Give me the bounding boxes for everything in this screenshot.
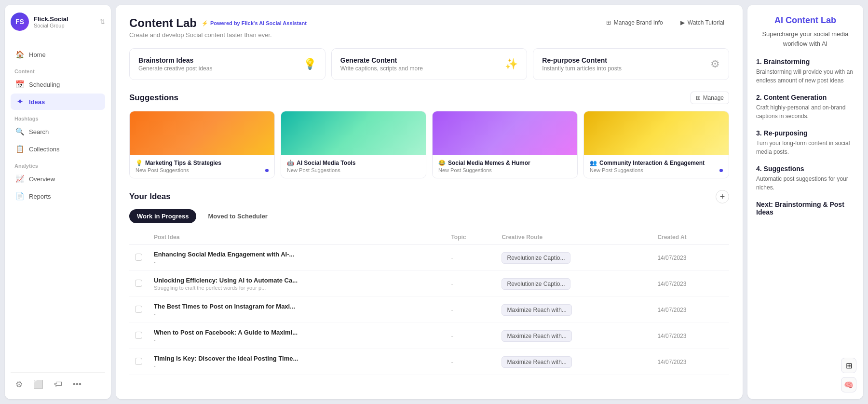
- tool-card-repurpose[interactable]: Re-purpose Content Instantly turn articl…: [533, 48, 729, 80]
- nav-reports-label: Reports: [29, 193, 51, 200]
- more-icon[interactable]: •••: [71, 377, 83, 391]
- nav-ideas[interactable]: ✦ Ideas: [11, 94, 105, 110]
- main-area: Content Lab ⚡ Powered by Flick's AI Soci…: [116, 0, 747, 404]
- row5-title: Timing Is Key: Discover the Ideal Postin…: [154, 355, 439, 362]
- watch-tutorial-button[interactable]: ▶ Watch Tutorial: [676, 16, 729, 29]
- row5-route: Maximize Reach with...: [502, 356, 571, 368]
- nav-collections[interactable]: 📋 Collections: [11, 141, 105, 157]
- nav-search[interactable]: 🔍 Search: [11, 123, 105, 140]
- row2-checkbox[interactable]: [135, 280, 142, 287]
- row3-date: 14/07/2023: [657, 307, 686, 313]
- step1-desc: Brainstorming will provide you with an e…: [756, 67, 854, 85]
- suggestion-image-ai-tools: [281, 111, 426, 155]
- suggestion-card-community[interactable]: 👥 Community Interaction & Engagement New…: [583, 111, 729, 178]
- scheduling-icon: 📅: [15, 80, 24, 89]
- step1-title: 1. Brainstorming: [756, 58, 854, 66]
- row2-route: Revolutionize Captio...: [502, 278, 570, 290]
- brand-subtitle: Social Group: [34, 23, 95, 28]
- nav-overview-label: Overview: [29, 175, 55, 183]
- your-ideas-section: Your Ideas + Work in Progress Moved to S…: [129, 190, 729, 375]
- suggestions-title: Suggestions: [129, 93, 178, 103]
- repurpose-title: Re-purpose Content: [542, 56, 622, 64]
- row5-checkbox[interactable]: [135, 358, 142, 365]
- tag-icon[interactable]: 🏷: [52, 377, 64, 391]
- panel-brain-icon-button[interactable]: 🧠: [841, 377, 856, 392]
- page-header: Content Lab ⚡ Powered by Flick's AI Soci…: [129, 16, 729, 39]
- ai-badge-text: Powered by Flick's AI Social Assistant: [210, 20, 307, 26]
- panel-step-suggestions: 4. Suggestions Automatic post suggestion…: [756, 165, 854, 192]
- play-icon: ▶: [680, 19, 685, 26]
- brand-header[interactable]: FS Flick.Social Social Group ⇅: [11, 13, 105, 37]
- add-idea-button[interactable]: +: [716, 190, 729, 203]
- content-section-label: Content: [14, 68, 101, 74]
- table-row[interactable]: When to Post on Facebook: A Guide to Max…: [129, 323, 729, 349]
- overview-icon: 📈: [15, 175, 24, 183]
- page-title: Content Lab: [129, 16, 197, 30]
- ideas-icon: ✦: [15, 97, 24, 106]
- row2-title: Unlocking Efficiency: Using AI to Automa…: [154, 277, 439, 284]
- brand-chevron-icon: ⇅: [99, 18, 105, 26]
- col-checkbox: [129, 230, 148, 245]
- nav-reports[interactable]: 📄 Reports: [11, 188, 105, 204]
- table-row[interactable]: Unlocking Efficiency: Using AI to Automa…: [129, 271, 729, 297]
- nav-search-label: Search: [29, 128, 49, 135]
- panel-step-content-gen: 2. Content Generation Craft highly-perso…: [756, 94, 854, 121]
- table-row[interactable]: Enhancing Social Media Engagement with A…: [129, 245, 729, 271]
- row1-route: Revolutionize Captio...: [502, 252, 570, 264]
- manage-brand-label: Manage Brand Info: [614, 19, 663, 26]
- collections-icon: 📋: [15, 145, 24, 153]
- suggestions-header: Suggestions ⊞ Manage: [129, 92, 729, 104]
- box-icon[interactable]: ⬜: [31, 377, 45, 391]
- row1-date: 14/07/2023: [657, 255, 686, 261]
- manage-brand-button[interactable]: ⊞ Manage Brand Info: [601, 16, 668, 29]
- manage-label: Manage: [703, 94, 724, 101]
- row1-checkbox[interactable]: [135, 254, 142, 261]
- row3-checkbox[interactable]: [135, 306, 142, 313]
- community-subtitle: New Post Suggestions: [590, 167, 643, 173]
- tool-cards: Brainstorm Ideas Generate creative post …: [129, 48, 729, 80]
- row2-date: 14/07/2023: [657, 281, 686, 287]
- marketing-emoji: 💡: [136, 160, 143, 166]
- nav-home[interactable]: 🏠 Home: [11, 46, 105, 63]
- suggestion-card-marketing[interactable]: 💡 Marketing Tips & Strategies New Post S…: [129, 111, 275, 178]
- tool-card-brainstorm[interactable]: Brainstorm Ideas Generate creative post …: [129, 48, 326, 80]
- nav-overview[interactable]: 📈 Overview: [11, 171, 105, 187]
- nav-ideas-label: Ideas: [29, 98, 45, 106]
- search-icon: 🔍: [15, 127, 24, 136]
- sidebar-bottom: ⚙ ⬜ 🏷 •••: [11, 372, 105, 391]
- tab-work-in-progress[interactable]: Work in Progress: [129, 209, 196, 223]
- row2-topic: -: [451, 280, 453, 287]
- manage-button[interactable]: ⊞ Manage: [691, 92, 729, 104]
- tool-card-generate[interactable]: Generate Content Write captions, scripts…: [331, 48, 528, 80]
- repurpose-subtitle: Instantly turn articles into posts: [542, 65, 622, 72]
- brainstorm-subtitle: Generate creative post ideas: [138, 65, 212, 72]
- generate-subtitle: Write captions, scripts and more: [340, 65, 423, 72]
- ideas-table: Post Idea Topic Creative Route Created A…: [129, 230, 729, 375]
- col-topic: Topic: [445, 230, 496, 245]
- row4-topic: -: [451, 332, 453, 339]
- suggestion-card-ai-tools[interactable]: 🤖 AI Social Media Tools New Post Suggest…: [281, 111, 426, 178]
- row3-sub: -: [154, 311, 439, 317]
- suggestion-card-memes[interactable]: 😂 Social Media Memes & Humor New Post Su…: [432, 111, 578, 178]
- table-row[interactable]: The Best Times to Post on Instagram for …: [129, 297, 729, 323]
- reports-icon: 📄: [15, 192, 24, 201]
- tab-moved-to-scheduler[interactable]: Moved to Scheduler: [200, 209, 275, 223]
- table-row[interactable]: Timing Is Key: Discover the Ideal Postin…: [129, 349, 729, 375]
- main-content-panel: Content Lab ⚡ Powered by Flick's AI Soci…: [116, 5, 743, 399]
- community-emoji: 👥: [590, 160, 597, 166]
- marketing-dot-badge: [265, 169, 269, 172]
- suggestion-card-title-community: 👥 Community Interaction & Engagement: [590, 160, 723, 166]
- panel-next-label: Next: Brainstorming & Post Ideas: [756, 201, 854, 216]
- lightning-icon: ⚡: [202, 20, 208, 27]
- settings-icon[interactable]: ⚙: [14, 377, 25, 391]
- row4-route: Maximize Reach with...: [502, 330, 571, 342]
- suggestion-card-title-marketing: 💡 Marketing Tips & Strategies: [136, 160, 269, 166]
- step4-desc: Automatic post suggestions for your nich…: [756, 175, 854, 192]
- step3-title: 3. Re-purposing: [756, 129, 854, 137]
- panel-grid-icon-button[interactable]: ⊞: [841, 358, 856, 373]
- home-icon: 🏠: [15, 50, 24, 59]
- nav-scheduling[interactable]: 📅 Scheduling: [11, 76, 105, 93]
- row4-checkbox[interactable]: [135, 332, 142, 339]
- memes-subtitle: New Post Suggestions: [438, 167, 492, 173]
- suggestion-card-title-memes: 😂 Social Media Memes & Humor: [438, 160, 571, 166]
